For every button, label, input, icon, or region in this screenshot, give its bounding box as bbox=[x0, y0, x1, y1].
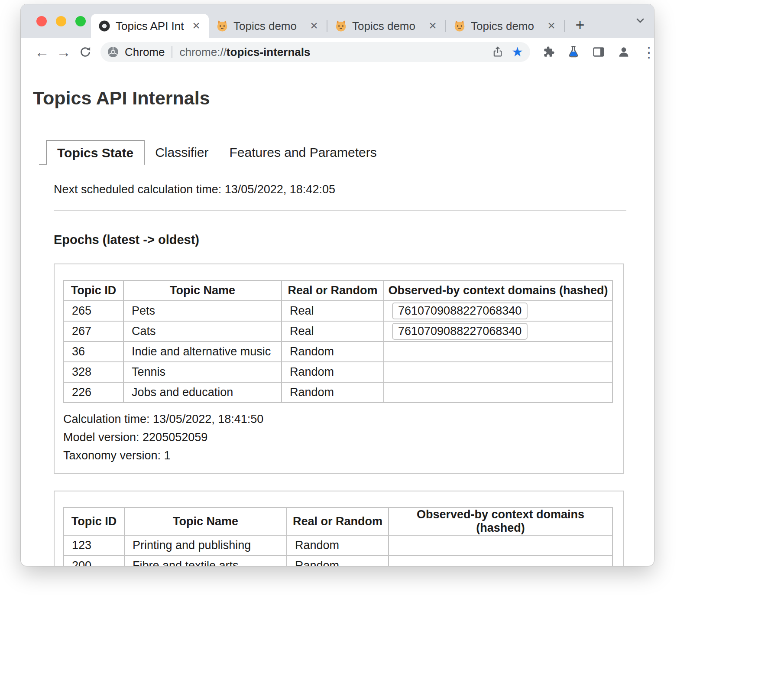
calculation-time-text: Calculation time: 13/05/2022, 18:41:50 bbox=[63, 410, 614, 428]
observed-by-cell bbox=[384, 342, 612, 362]
real-or-random-cell: Random bbox=[282, 342, 384, 362]
observed-by-cell bbox=[389, 535, 612, 556]
tab-label: Topics API Intern bbox=[116, 20, 184, 33]
topic-name-cell: Fibre and textile arts bbox=[124, 556, 287, 566]
url-text: chrome://topics-internals bbox=[179, 46, 486, 59]
tab-separator bbox=[564, 20, 565, 32]
column-header-topic-id: Topic ID bbox=[64, 507, 124, 535]
observed-by-cell: 7610709088227068340 bbox=[384, 321, 612, 342]
topic-name-cell: Jobs and education bbox=[123, 382, 282, 403]
tab-strip: Topics API Intern × Topics demo × bbox=[21, 4, 654, 38]
table-row: 200 Fibre and textile arts Random bbox=[64, 556, 612, 566]
topic-id-cell: 226 bbox=[64, 382, 123, 403]
real-or-random-cell: Random bbox=[287, 535, 389, 556]
real-or-random-cell: Random bbox=[282, 382, 384, 403]
url-scheme: chrome:// bbox=[179, 46, 226, 59]
divider bbox=[54, 210, 626, 211]
cat-icon bbox=[453, 20, 466, 33]
forward-button[interactable]: → bbox=[53, 41, 75, 63]
side-panel-button[interactable] bbox=[588, 42, 609, 62]
column-header-real-or-random: Real or Random bbox=[287, 507, 389, 535]
cat-icon bbox=[216, 20, 229, 33]
topic-name-cell: Pets bbox=[123, 301, 282, 321]
topic-name-cell: Indie and alternative music bbox=[123, 342, 282, 362]
tab-features-and-parameters[interactable]: Features and Parameters bbox=[219, 140, 387, 165]
tab-close-icon[interactable]: × bbox=[425, 19, 440, 33]
table-row: 328 Tennis Random bbox=[64, 362, 612, 382]
omnibox-actions: ★ bbox=[492, 46, 523, 59]
profile-button[interactable] bbox=[613, 42, 634, 62]
close-window-button[interactable] bbox=[36, 16, 47, 26]
table-header-row: Topic ID Topic Name Real or Random Obser… bbox=[64, 507, 612, 535]
tab-topics-state[interactable]: Topics State bbox=[46, 140, 145, 165]
topic-id-cell: 36 bbox=[64, 342, 123, 362]
tab-close-icon[interactable]: × bbox=[544, 19, 559, 33]
tab-label: Topics demo bbox=[471, 20, 539, 33]
tab-close-icon[interactable]: × bbox=[307, 19, 321, 33]
domain-hash-value: 7610709088227068340 bbox=[392, 323, 528, 340]
reload-button[interactable] bbox=[75, 41, 96, 63]
table-row: 123 Printing and publishing Random bbox=[64, 535, 612, 556]
table-row: 36 Indie and alternative music Random bbox=[64, 342, 612, 362]
minimize-window-button[interactable] bbox=[56, 16, 66, 26]
tab-strip-chevron-button[interactable] bbox=[634, 14, 646, 28]
site-chip-label: Chrome bbox=[125, 46, 165, 59]
tab-label: Topics demo bbox=[233, 20, 302, 33]
epochs-heading: Epochs (latest -> oldest) bbox=[54, 233, 626, 247]
new-tab-button[interactable]: + bbox=[570, 15, 590, 35]
browser-menu-button[interactable]: ⋮ bbox=[638, 42, 654, 62]
browser-window: Topics API Intern × Topics demo × bbox=[21, 4, 654, 566]
topic-id-cell: 267 bbox=[64, 321, 123, 342]
model-version-text: Model version: 2205052059 bbox=[63, 428, 614, 446]
browser-tab-topics-demo-2[interactable]: Topics demo × bbox=[327, 14, 445, 38]
column-header-real-or-random: Real or Random bbox=[282, 280, 384, 301]
topic-id-cell: 200 bbox=[64, 556, 124, 566]
domain-hash-value: 7610709088227068340 bbox=[392, 302, 528, 319]
share-icon[interactable] bbox=[492, 46, 504, 58]
traffic-lights bbox=[36, 16, 86, 26]
tab-label: Topics demo bbox=[352, 20, 421, 33]
column-header-observed-by: Observed-by context domains (hashed) bbox=[389, 507, 612, 535]
topic-name-cell: Printing and publishing bbox=[124, 535, 287, 556]
chrome-labs-button[interactable] bbox=[563, 42, 584, 62]
next-calculation-text: Next scheduled calculation time: 13/05/2… bbox=[54, 183, 626, 196]
tab-classifier[interactable]: Classifier bbox=[145, 140, 219, 165]
topic-id-cell: 123 bbox=[64, 535, 124, 556]
topics-state-panel: Next scheduled calculation time: 13/05/2… bbox=[54, 183, 626, 566]
page-title: Topics API Internals bbox=[33, 88, 642, 109]
browser-tab-topics-demo-1[interactable]: Topics demo × bbox=[209, 14, 327, 38]
chrome-favicon-icon bbox=[98, 20, 111, 33]
table-header-row: Topic ID Topic Name Real or Random Obser… bbox=[64, 280, 612, 301]
bookmark-star-icon[interactable]: ★ bbox=[512, 46, 523, 59]
table-row: 267 Cats Real 7610709088227068340 bbox=[64, 321, 612, 342]
reload-icon bbox=[79, 46, 92, 59]
zoom-window-button[interactable] bbox=[75, 16, 86, 26]
back-button[interactable]: ← bbox=[31, 41, 53, 63]
browser-tab-topics-demo-3[interactable]: Topics demo × bbox=[446, 14, 564, 38]
extensions-button[interactable] bbox=[538, 42, 559, 62]
browser-toolbar: ← → Chrome chrome://topics-internals bbox=[21, 38, 654, 66]
profile-icon bbox=[617, 45, 631, 59]
epoch-box-latest: Topic ID Topic Name Real or Random Obser… bbox=[54, 263, 624, 474]
column-header-topic-name: Topic Name bbox=[123, 280, 282, 301]
address-bar[interactable]: Chrome chrome://topics-internals ★ bbox=[100, 42, 530, 62]
epoch-table: Topic ID Topic Name Real or Random Obser… bbox=[63, 507, 613, 566]
column-header-topic-id: Topic ID bbox=[64, 280, 123, 301]
tab-close-icon[interactable]: × bbox=[189, 19, 204, 33]
side-panel-icon bbox=[592, 45, 606, 59]
topic-id-cell: 265 bbox=[64, 301, 123, 321]
column-header-observed-by: Observed-by context domains (hashed) bbox=[384, 280, 612, 301]
url-host: topics-internals bbox=[227, 46, 311, 59]
observed-by-cell bbox=[384, 382, 612, 403]
real-or-random-cell: Random bbox=[282, 362, 384, 382]
table-row: 226 Jobs and education Random bbox=[64, 382, 612, 403]
toolbar-actions: ⋮ bbox=[538, 42, 654, 62]
page-content: Topics API Internals Topics State Classi… bbox=[21, 66, 654, 566]
real-or-random-cell: Random bbox=[287, 556, 389, 566]
omnibox-separator bbox=[172, 46, 172, 58]
topic-id-cell: 328 bbox=[64, 362, 123, 382]
browser-tab-topics-internals[interactable]: Topics API Intern × bbox=[91, 14, 209, 38]
taxonomy-version-text: Taxonomy version: 1 bbox=[63, 446, 614, 465]
puzzle-icon bbox=[541, 45, 555, 59]
tabs-area: Topics API Intern × Topics demo × bbox=[91, 4, 590, 38]
